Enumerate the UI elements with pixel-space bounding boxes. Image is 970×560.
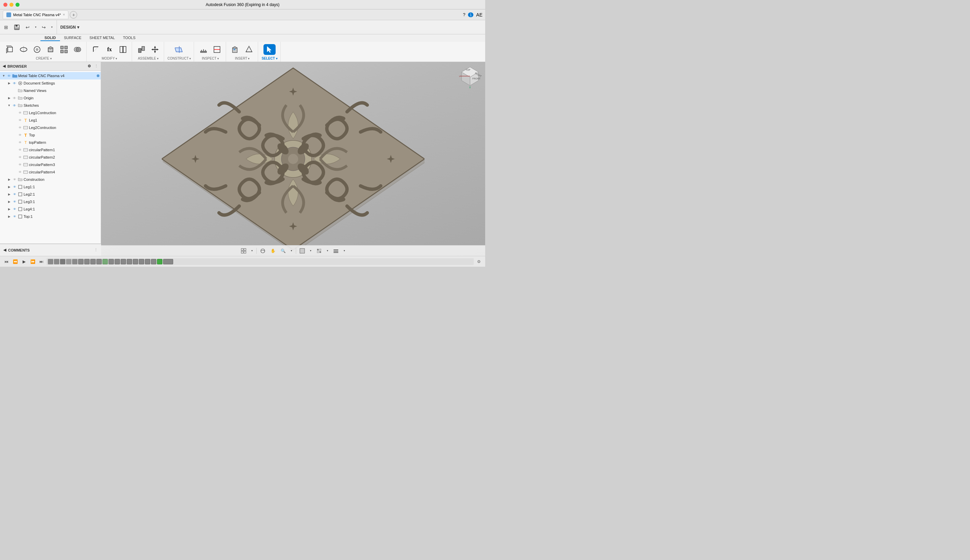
top1-eye[interactable]: 👁 — [12, 214, 17, 219]
tree-origin[interactable]: ▶ 👁 Origin — [0, 94, 101, 102]
timeline-step-13[interactable] — [120, 259, 126, 264]
display-mode-button[interactable] — [298, 247, 306, 255]
timeline-step-17[interactable] — [145, 259, 150, 264]
comments-collapse-icon[interactable]: ◀ — [3, 248, 6, 252]
timeline-step-1[interactable] — [48, 259, 53, 264]
timeline-prev-button[interactable]: ⏪ — [12, 258, 19, 265]
tree-circ3[interactable]: 👁 circularPattern3 — [0, 161, 101, 168]
inspect-measure-button[interactable] — [197, 44, 210, 55]
tab-close-button[interactable]: × — [63, 13, 65, 17]
doc-settings-eye[interactable]: 👁 — [12, 81, 17, 85]
c3-eye[interactable]: 👁 — [18, 162, 22, 167]
visual-style-dropdown[interactable]: ▾ — [325, 247, 330, 255]
tree-named-views[interactable]: Named Views — [0, 87, 101, 94]
leg31-eye[interactable]: 👁 — [12, 199, 17, 204]
tree-leg4-1[interactable]: ▶ 👁 Leg4:1 — [0, 205, 101, 213]
redo-button[interactable]: ↪ — [39, 23, 48, 32]
c1-eye[interactable]: 👁 — [18, 147, 22, 152]
l1-eye[interactable]: 👁 — [18, 118, 22, 123]
display-settings-button[interactable] — [332, 247, 340, 255]
tree-root-item[interactable]: ▼ 👁 Metal Table CNC Plasma v4 — [0, 72, 101, 80]
tree-leg3-1[interactable]: ▶ 👁 Leg3:1 — [0, 198, 101, 205]
timeline-step-12[interactable] — [115, 259, 120, 264]
tree-leg1-1[interactable]: ▶ 👁 Leg1:1 — [0, 183, 101, 191]
user-icon[interactable]: AE — [476, 12, 482, 18]
construct-plane-button[interactable] — [173, 44, 185, 55]
timeline-step-14[interactable] — [127, 259, 132, 264]
undo-dropdown[interactable]: ▾ — [34, 23, 38, 32]
assemble-move-button[interactable] — [149, 44, 161, 55]
origin-eye[interactable]: 👁 — [12, 96, 17, 100]
browser-settings-icon[interactable]: ⚙ — [88, 64, 91, 68]
grid-dropdown[interactable]: ▾ — [250, 247, 254, 255]
select-button[interactable] — [264, 44, 275, 55]
timeline-step-15[interactable] — [133, 259, 138, 264]
leg21-arrow[interactable]: ▶ — [7, 192, 12, 197]
sketches-eye[interactable]: 👁 — [12, 103, 17, 108]
origin-arrow[interactable]: ▶ — [7, 96, 12, 100]
timeline-step-9[interactable] — [96, 259, 102, 264]
leg11-eye[interactable]: 👁 — [12, 185, 17, 189]
modify-combine-button[interactable] — [117, 44, 129, 55]
leg31-arrow[interactable]: ▶ — [7, 199, 12, 204]
tree-construction[interactable]: ▶ 👁 Construction — [0, 176, 101, 183]
pan-button[interactable]: ✋ — [269, 247, 277, 255]
timeline-step-20[interactable] — [163, 259, 173, 264]
timeline-step-5[interactable] — [72, 259, 77, 264]
timeline-step-8[interactable] — [90, 259, 96, 264]
inspect-section-button[interactable] — [211, 44, 223, 55]
tree-document-settings[interactable]: ▶ 👁 Document Settings — [0, 80, 101, 87]
zoom-dropdown[interactable]: ▾ — [289, 247, 294, 255]
construction-arrow[interactable]: ▶ — [7, 177, 12, 182]
c4-eye[interactable]: 👁 — [18, 170, 22, 175]
view-cube[interactable]: FRONT TOP RIGHT Z Y — [458, 65, 482, 89]
timeline-step-16[interactable] — [139, 259, 144, 264]
leg21-eye[interactable]: 👁 — [12, 192, 17, 197]
browser-collapse-icon[interactable]: ◀ — [3, 64, 5, 68]
viewport[interactable]: FRONT TOP RIGHT Z Y ▾ ✋ 🔍 ▾ — [101, 62, 485, 256]
timeline-step-2[interactable] — [54, 259, 59, 264]
create-box-button[interactable] — [45, 44, 57, 55]
timeline-next-button[interactable]: ⏩ — [29, 258, 37, 265]
top1-arrow[interactable]: ▶ — [7, 214, 12, 219]
top-eye[interactable]: 👁 — [18, 133, 22, 137]
tree-sketches[interactable]: ▼ 👁 Sketches — [0, 102, 101, 109]
timeline-step-10[interactable] — [102, 259, 108, 264]
modify-parameters-button[interactable]: fx — [104, 44, 115, 55]
insert-mesh-button[interactable] — [243, 44, 255, 55]
close-button[interactable] — [3, 3, 7, 7]
grid-snap-button[interactable] — [240, 247, 248, 255]
timeline-step-19[interactable] — [157, 259, 162, 264]
timeline-track[interactable] — [47, 258, 474, 265]
insert-decal-button[interactable] — [229, 44, 242, 55]
tab-solid[interactable]: SOLID — [40, 35, 60, 41]
timeline-settings-button[interactable]: ⚙ — [475, 258, 482, 265]
leg41-eye[interactable]: 👁 — [12, 207, 17, 212]
tab-tools[interactable]: TOOLS — [119, 35, 140, 41]
tree-leg1contruction[interactable]: 👁 Leg1Contruction — [0, 109, 101, 117]
tree-circ2[interactable]: 👁 circularPattern2 — [0, 153, 101, 161]
maximize-button[interactable] — [15, 3, 20, 7]
tp-eye[interactable]: 👁 — [18, 140, 22, 145]
timeline-end-button[interactable]: ⏭ — [38, 258, 45, 265]
display-mode-dropdown[interactable]: ▾ — [308, 247, 313, 255]
tree-circ4[interactable]: 👁 circularPattern4 — [0, 168, 101, 176]
visual-style-button[interactable] — [315, 247, 323, 255]
create-sweep-button[interactable] — [31, 44, 43, 55]
create-revolve-button[interactable] — [18, 44, 30, 55]
active-tab[interactable]: Metal Table CNC Plasma v4* × — [3, 10, 68, 19]
zoom-button[interactable]: 🔍 — [279, 247, 287, 255]
timeline-step-11[interactable] — [109, 259, 114, 264]
l1c-eye[interactable]: 👁 — [18, 110, 22, 115]
doc-settings-arrow[interactable]: ▶ — [7, 81, 12, 85]
orbit-button[interactable] — [259, 247, 267, 255]
create-combine-button[interactable] — [72, 44, 83, 55]
root-expand-arrow[interactable]: ▼ — [2, 73, 6, 78]
l2c-eye[interactable]: 👁 — [18, 125, 22, 130]
construction-eye[interactable]: 👁 — [12, 177, 17, 182]
timeline-play-button[interactable]: ▶ — [20, 258, 28, 265]
tree-circ1[interactable]: 👁 circularPattern1 — [0, 146, 101, 153]
modify-fillet-button[interactable] — [90, 44, 102, 55]
timeline-rewind-button[interactable]: ⏮ — [3, 258, 10, 265]
tree-top-1[interactable]: ▶ 👁 Top:1 — [0, 213, 101, 220]
